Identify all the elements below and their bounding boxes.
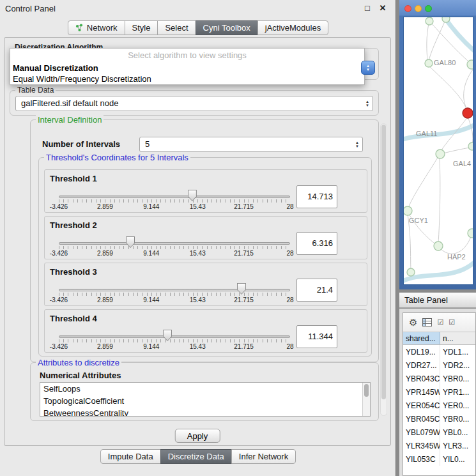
threshold-value-field[interactable]: 11.344 (296, 325, 337, 348)
number-of-intervals-combo[interactable]: 5 ▲▼ (139, 137, 363, 152)
slider-tick-label: -3.426 (50, 203, 68, 210)
network-node[interactable] (434, 242, 443, 250)
panel-scrollbar[interactable] (380, 123, 387, 416)
attributes-listbox[interactable]: SelfLoopsTopologicalCoefficientBetweenne… (40, 382, 371, 417)
cell-name: YDL1... (440, 345, 475, 358)
attribute-list-item[interactable]: TopologicalCoefficient (40, 395, 370, 407)
attribute-list-item[interactable]: SelfLoops (40, 383, 370, 395)
interval-definition-group: Interval Definition Number of Intervals … (30, 119, 379, 362)
tab-select[interactable]: Select (157, 20, 196, 35)
tab-label: Cyni Toolbox (203, 23, 250, 33)
network-node[interactable] (425, 59, 433, 67)
slider-tick-label: 2.859 (97, 203, 113, 210)
table-row[interactable]: YDL19...YDL1... (403, 345, 475, 358)
table-row[interactable]: YBR045CYBR0... (403, 412, 475, 426)
mac-close-button[interactable] (404, 5, 411, 12)
table-panel-inner: ⚙ ☑ ☑ shared... n... YDL19...YDL1...YDR2… (403, 312, 476, 476)
tab-label: Infer Network (239, 452, 288, 461)
network-node[interactable] (404, 206, 412, 215)
tab-style[interactable]: Style (125, 20, 158, 35)
combo-down-icon: ▼ (366, 68, 370, 72)
node-label-gal11: GAL11 (416, 130, 437, 137)
network-icon (75, 24, 84, 32)
scrollbar-thumb[interactable] (381, 125, 386, 399)
network-node[interactable] (468, 229, 473, 238)
slider-tick-label: 28 (286, 343, 293, 350)
select-all-icon[interactable]: ☑ (437, 318, 443, 326)
table-data-combo[interactable]: galFiltered.sif default node ▲▼ (15, 96, 373, 111)
tab-network[interactable]: Network (68, 20, 125, 35)
tab-label: Select (165, 23, 188, 33)
slider-tick-label: 21.715 (234, 296, 254, 303)
table-row[interactable]: YIL053CYIL0... (403, 452, 475, 466)
column-header-name[interactable]: n... (440, 332, 475, 344)
network-graph[interactable]: GAL80 GAL11 GAL4 GCY1 HAP2 (404, 17, 473, 284)
threshold-value-field[interactable]: 6.316 (296, 232, 337, 255)
tab-label: jActiveModules (265, 23, 321, 33)
network-edges (408, 19, 473, 269)
cell-shared-name: YBL079W (403, 426, 440, 439)
gear-icon[interactable]: ⚙ (409, 318, 417, 327)
network-node[interactable] (436, 150, 445, 158)
table-row[interactable]: YER054CYER0... (403, 399, 475, 412)
table-toolbar: ⚙ ☑ ☑ (403, 313, 475, 332)
algorithm-option-equal-width[interactable]: Equal Width/Frequency Discretization (10, 73, 364, 84)
network-node[interactable] (407, 268, 415, 276)
attributes-scrollbar[interactable] (362, 383, 370, 416)
select-none-icon[interactable]: ☑ (449, 318, 455, 326)
algorithm-combo-button[interactable]: ▲ ▼ (361, 61, 375, 75)
attributes-group-label: Attributes to discretize (36, 358, 121, 367)
slider-track[interactable] (59, 289, 290, 291)
mac-minimize-button[interactable] (415, 5, 422, 12)
combo-arrows-icon: ▲▼ (365, 100, 369, 107)
tab-infer-network[interactable]: Infer Network (231, 449, 296, 464)
slider-tick-marks (59, 293, 290, 296)
slider-track[interactable] (59, 196, 290, 198)
tab-label: Network (87, 23, 118, 33)
network-node[interactable] (468, 142, 473, 150)
slider-track[interactable] (59, 242, 290, 245)
table-row[interactable]: YLR345WYLR3... (403, 439, 475, 452)
attributes-items: SelfLoopsTopologicalCoefficientBetweenne… (40, 383, 370, 417)
network-node[interactable] (442, 17, 450, 22)
cell-name: YPR1... (440, 385, 475, 399)
close-icon[interactable]: ✕ (378, 3, 388, 13)
float-window-icon[interactable]: □ (362, 3, 372, 13)
tab-impute-data[interactable]: Impute Data (100, 449, 161, 464)
table-row[interactable]: YPR145WYPR1... (403, 385, 475, 399)
attribute-list-item[interactable]: BetweennessCentrality (40, 407, 370, 417)
tab-discretize-data[interactable]: Discretize Data (160, 449, 232, 464)
table-rows: YDL19...YDL1...YDR27...YDR2...YBR043CYBR… (403, 345, 475, 466)
tab-label: Style (132, 23, 151, 33)
table-row[interactable]: YBR043CYBR0... (403, 372, 475, 385)
table-row[interactable]: YBL079WYBL0... (403, 426, 475, 439)
combo-arrows-icon: ▲▼ (355, 141, 359, 148)
network-canvas[interactable]: GAL80 GAL11 GAL4 GCY1 HAP2 (403, 17, 473, 285)
table-row[interactable]: YDR27...YDR2... (403, 358, 475, 372)
slider-tick-label: 9.144 (143, 250, 159, 257)
threshold-value-field[interactable]: 21.4 (296, 279, 337, 302)
threshold-value-field[interactable]: 14.713 (296, 185, 337, 208)
table-header-row: shared... n... (403, 332, 475, 345)
tab-cyni-toolbox[interactable]: Cyni Toolbox (196, 20, 258, 35)
slider-tick-label: 15.43 (190, 296, 206, 303)
network-node[interactable] (426, 17, 433, 25)
network-node[interactable] (467, 60, 473, 69)
column-selector-icon[interactable] (422, 318, 432, 326)
slider-tick-label: 2.859 (97, 296, 113, 303)
scrollbar-thumb[interactable] (364, 384, 369, 397)
cell-shared-name: YIL053C (403, 452, 440, 466)
slider-tick-label: 2.859 (97, 250, 113, 257)
slider-tick-label: 2.859 (97, 343, 113, 350)
column-header-shared-name[interactable]: shared... (403, 332, 440, 344)
slider-tick-label: 28 (286, 203, 293, 210)
slider-track[interactable] (59, 335, 290, 338)
apply-button[interactable]: Apply (175, 429, 220, 443)
cell-shared-name: YPR145W (403, 385, 440, 399)
mac-zoom-button[interactable] (425, 5, 432, 12)
threshold-label: Threshold 4 (50, 314, 97, 323)
tab-jactivemodules[interactable]: jActiveModules (257, 20, 328, 35)
network-node-selected[interactable] (463, 108, 473, 118)
algorithm-option-manual[interactable]: Manual Discretization (10, 63, 364, 73)
slider-tick-label: 21.715 (234, 203, 254, 210)
